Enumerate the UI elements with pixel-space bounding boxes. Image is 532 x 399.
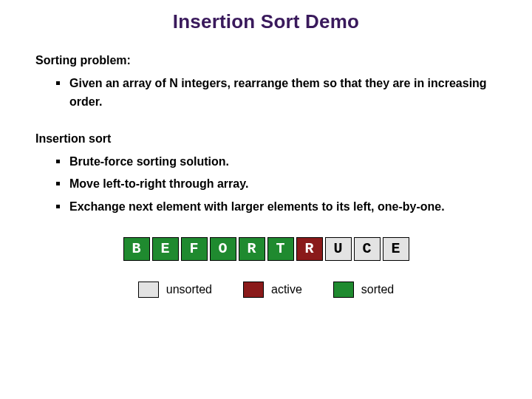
- array-row: B E F O R T R U C E: [35, 237, 497, 261]
- swatch-icon: [333, 282, 354, 298]
- section-sorting-problem: Sorting problem: Given an array of N int…: [35, 54, 497, 112]
- bullet-item: Brute-force sorting solution.: [56, 153, 497, 171]
- array-cell: E: [383, 237, 409, 261]
- legend-item-active: active: [243, 282, 302, 298]
- legend-label: sorted: [361, 283, 394, 296]
- swatch-icon: [243, 282, 264, 298]
- section-heading: Sorting problem:: [35, 54, 497, 67]
- bullet-list: Brute-force sorting solution. Move left-…: [35, 153, 497, 216]
- array-cell: R: [239, 237, 265, 261]
- array-cell: C: [354, 237, 381, 261]
- section-insertion-sort: Insertion sort Brute-force sorting solut…: [35, 132, 497, 216]
- bullet-item: Given an array of N integers, rearrange …: [56, 75, 497, 112]
- array-cell: E: [152, 237, 179, 261]
- array-cell: T: [267, 237, 294, 261]
- slide: Insertion Sort Demo Sorting problem: Giv…: [0, 0, 532, 298]
- slide-title: Insertion Sort Demo: [35, 10, 497, 33]
- legend-label: active: [271, 283, 302, 296]
- swatch-icon: [138, 282, 159, 298]
- bullet-item: Exchange next element with larger elemen…: [56, 198, 497, 216]
- legend: unsorted active sorted: [35, 282, 497, 298]
- legend-item-sorted: sorted: [333, 282, 394, 298]
- array-cell: U: [325, 237, 352, 261]
- legend-item-unsorted: unsorted: [138, 282, 212, 298]
- array-cell: F: [181, 237, 208, 261]
- bullet-list: Given an array of N integers, rearrange …: [35, 75, 497, 112]
- section-heading: Insertion sort: [35, 132, 497, 146]
- bullet-item: Move left-to-right through array.: [56, 175, 497, 194]
- array-cell: R: [296, 237, 323, 261]
- legend-label: unsorted: [166, 283, 212, 296]
- array-cell: B: [123, 237, 150, 261]
- array-cell: O: [210, 237, 236, 261]
